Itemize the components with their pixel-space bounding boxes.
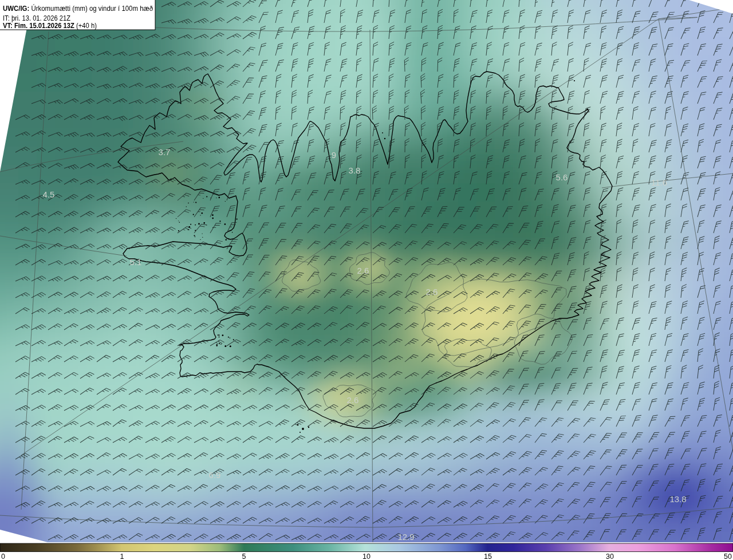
svg-text:11.6: 11.6 (651, 178, 667, 187)
svg-text:9: 9 (332, 150, 336, 160)
svg-text:50: 50 (724, 553, 732, 560)
svg-text:UWC/IG: Úrkomumætti (mm) og vi: UWC/IG: Úrkomumætti (mm) og vindur í 100… (3, 4, 153, 13)
svg-text:5.1: 5.1 (130, 257, 142, 267)
svg-text:6.9: 6.9 (209, 470, 221, 480)
svg-text:4.5: 4.5 (43, 190, 55, 199)
svg-text:0: 0 (1, 553, 5, 560)
svg-text:13.8: 13.8 (669, 494, 686, 504)
svg-text:3.7: 3.7 (159, 147, 171, 157)
svg-text:2.6: 2.6 (347, 395, 359, 405)
svg-text:VT: Fim. 15.01.2026 13Z (+40 h: VT: Fim. 15.01.2026 13Z (+40 h) (3, 21, 97, 30)
svg-text:5.6: 5.6 (556, 172, 568, 182)
svg-text:3.8: 3.8 (349, 165, 361, 175)
svg-text:30: 30 (606, 553, 614, 560)
svg-text:5: 5 (242, 553, 246, 560)
svg-text:2.6: 2.6 (357, 266, 369, 275)
svg-text:15: 15 (484, 553, 492, 560)
svg-text:10: 10 (362, 553, 371, 560)
svg-text:12.9: 12.9 (397, 532, 414, 542)
svg-text:1: 1 (120, 553, 124, 560)
svg-text:2.6: 2.6 (426, 287, 438, 297)
